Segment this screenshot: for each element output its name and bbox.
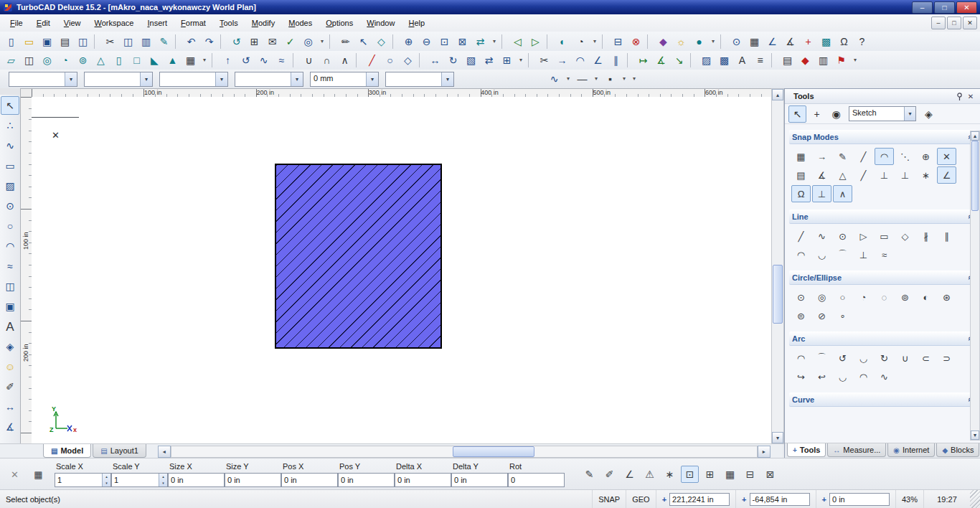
panel-snap-button[interactable]: + (808, 105, 826, 123)
panel-tab-blocks[interactable]: ◆ Blocks (936, 443, 979, 457)
script-button[interactable]: Ω (835, 33, 853, 50)
snap-on-graphic[interactable]: ╱ (854, 148, 873, 165)
send-mail-button[interactable]: ✉ (263, 33, 281, 50)
snap-grid[interactable]: ▤ (791, 166, 811, 184)
panel-select-button[interactable]: ↖ (788, 105, 806, 123)
pin-icon[interactable] (953, 91, 965, 102)
materials-button[interactable]: ◆ (654, 33, 672, 50)
combo-dropdown-arrow[interactable]: ▾ (366, 72, 378, 86)
scale-y-input[interactable]: 1 ▴▾ (111, 473, 168, 487)
arc-rotated-elliptical[interactable]: ⊂ (916, 349, 936, 367)
section-header-line[interactable]: Line « (789, 210, 976, 224)
combo-dropdown-arrow[interactable]: ▾ (65, 72, 77, 86)
panel-tab-tools[interactable]: + Tools (787, 443, 826, 457)
sweep-button[interactable]: ∿ (255, 52, 273, 69)
mdi-restore-button[interactable]: □ (947, 17, 961, 29)
selector-2d-button[interactable]: ↖ (354, 33, 372, 50)
scale-x-input[interactable]: 1 ▴▾ (55, 473, 111, 487)
scroll-up-button[interactable]: ▴ (971, 131, 979, 141)
cone-button[interactable]: △ (92, 52, 110, 69)
angle-lock-button[interactable]: ∠ (621, 466, 639, 483)
tools-more-dropdown[interactable]: ▾ (850, 52, 860, 69)
circle-tan-tan-tan[interactable]: ⊛ (937, 288, 956, 306)
arc-3-point[interactable]: ◡ (854, 349, 873, 367)
revolve-button[interactable]: ↺ (237, 52, 255, 69)
pyramid-button[interactable]: ▲ (164, 52, 182, 69)
next-view-button[interactable]: ▷ (527, 33, 545, 50)
ellipse-fixed-ratio[interactable]: ∘ (833, 307, 852, 324)
line-tangent-two-arcs[interactable]: ⌒ (833, 246, 852, 263)
save-button[interactable]: ▣ (38, 33, 56, 50)
scrollbar-thumb[interactable] (453, 446, 534, 457)
arc-quarter[interactable]: ⊃ (937, 349, 956, 367)
cylinder-button[interactable]: ▯ (110, 52, 128, 69)
propbar-more-dropdown[interactable]: ▾ (629, 70, 639, 88)
select-tool[interactable]: ↖ (1, 96, 19, 115)
insert-object-button[interactable]: ◫ (20, 52, 38, 69)
edit-point-tool[interactable]: ∴ (1, 116, 19, 135)
circle-tangent-point[interactable]: ◔ (854, 288, 873, 306)
line-rectangle[interactable]: ▭ (875, 227, 894, 245)
snap-arc-center[interactable]: ◠ (875, 148, 894, 165)
named-view-button[interactable]: ⚑ (832, 52, 850, 69)
menu-modify[interactable]: Modify (246, 17, 281, 29)
section-header-snap-modes[interactable]: Snap Modes « (789, 130, 976, 144)
property-combo-2[interactable]: ▾ (84, 72, 153, 87)
y-coordinate-display[interactable]: -64,854 in (750, 493, 810, 506)
torus-button[interactable]: ⊚ (74, 52, 92, 69)
help-button[interactable]: ? (853, 33, 871, 50)
standard-more-dropdown[interactable]: ▾ (317, 33, 327, 50)
pen-pattern-button[interactable]: ∿ (545, 70, 563, 88)
slice-button[interactable]: ╱ (363, 52, 381, 69)
circle-diameter[interactable]: ○ (833, 288, 852, 306)
snap-ortho[interactable]: Ω (791, 185, 811, 202)
combo-dropdown-arrow[interactable]: ▾ (441, 72, 453, 86)
array-button[interactable]: ⊞ (498, 52, 516, 69)
redraw-button[interactable]: ↺ (227, 33, 245, 50)
drawing-canvas[interactable]: ✕ Y Z x (32, 97, 772, 444)
pen-width-combo[interactable]: 0 mm ▾ (310, 72, 379, 87)
selection-info-button[interactable]: ▦ (29, 466, 47, 483)
angle-tool[interactable]: ∡ (1, 418, 19, 436)
text-button[interactable]: A (733, 52, 751, 69)
line-perpendicular-to-arc[interactable]: ⊥ (854, 246, 873, 263)
selector-3d-button[interactable]: ◇ (372, 33, 390, 50)
snap-degree[interactable]: ╱ (854, 166, 873, 184)
wedge-button[interactable]: ◣ (146, 52, 164, 69)
delta-x-input[interactable]: 0 in ▴▾ (395, 473, 451, 487)
circle-tool[interactable]: ⊙ (1, 197, 19, 215)
arc-elliptical[interactable]: ∪ (895, 349, 915, 367)
tab-layout1[interactable]: ▤ Layout1 (93, 444, 146, 458)
line-style-button[interactable]: — (573, 70, 591, 88)
vertical-scrollbar[interactable]: ▴ ▾ (771, 88, 784, 444)
maximize-button[interactable]: □ (934, 1, 955, 14)
lights-button[interactable]: ☼ (672, 33, 690, 50)
pen-properties-button[interactable]: ✐ (600, 466, 618, 483)
arc-tangent-point[interactable]: ↻ (875, 349, 894, 367)
line-rotated-rectangle[interactable]: ◇ (895, 227, 915, 245)
rotation-handles-button[interactable]: ▦ (721, 466, 739, 483)
hatch-tool[interactable]: ▨ (1, 177, 19, 195)
symbol-tool[interactable]: ☺ (1, 357, 19, 376)
print-button[interactable]: ▤ (56, 33, 74, 50)
angle-lock-button[interactable]: ∡ (781, 33, 799, 50)
offset-button[interactable]: ∥ (607, 52, 625, 69)
line-polygon[interactable]: ▷ (854, 227, 873, 245)
palette-scrollbar[interactable]: ▴ ▾ (970, 131, 980, 441)
new-drawing-button[interactable]: ▯ (2, 33, 20, 50)
z-coordinate-display[interactable]: 0 in (829, 493, 890, 506)
leader-button[interactable]: ↘ (670, 52, 688, 69)
open-button[interactable]: ▭ (20, 33, 38, 50)
line-single[interactable]: ╱ (791, 227, 811, 245)
zoom-window-button[interactable]: ⊡ (435, 33, 453, 50)
snap-apparent-intersection[interactable]: ∧ (833, 185, 852, 202)
combo-dropdown-arrow[interactable]: ▾ (291, 72, 303, 86)
dimension-button[interactable]: ↦ (634, 52, 652, 69)
trim-button[interactable]: ✂ (535, 52, 553, 69)
snap-center-of-extents[interactable]: ⊥ (812, 185, 831, 202)
intersect-button[interactable]: ∧ (336, 52, 354, 69)
delta-y-input[interactable]: 0 in ▴▾ (451, 473, 508, 487)
pan-button[interactable]: ⇄ (471, 33, 489, 50)
world-plan-button[interactable]: ◐ (554, 33, 572, 50)
calculator-button[interactable]: ⊞ (245, 33, 263, 50)
